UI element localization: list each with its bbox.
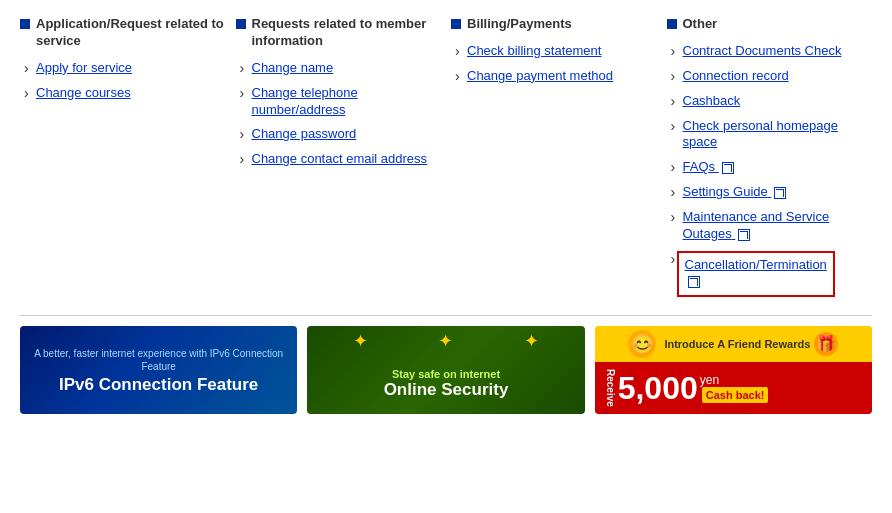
cancellation-highlight-box: Cancellation/Termination (677, 251, 835, 297)
cashback-suffix: yen Cash back! (700, 373, 769, 403)
banner-security-stay-text: Stay safe on internet (392, 368, 500, 380)
list-item: Settings Guide (671, 184, 873, 201)
banner-ipv6[interactable]: A better, faster internet experience wit… (20, 326, 297, 414)
link-check-homepage[interactable]: Check personal homepage space (683, 118, 838, 150)
external-link-icon (688, 276, 700, 288)
link-maintenance[interactable]: Maintenance and Service Outages (683, 209, 830, 241)
list-item: Maintenance and Service Outages (671, 209, 873, 243)
column-billing: Billing/Payments Check billing statement… (451, 16, 657, 305)
external-link-icon (774, 187, 786, 199)
link-change-password[interactable]: Change password (252, 126, 357, 141)
list-item: Change contact email address (240, 151, 442, 168)
banner-security-big-text: Online Security (384, 380, 509, 400)
sparkles-decoration: ✦ ✦ ✦ (307, 330, 584, 352)
list-item: Connection record (671, 68, 873, 85)
list-item: Change password (240, 126, 442, 143)
link-cancellation[interactable]: Cancellation/Termination (685, 257, 827, 289)
list-item: Check billing statement (455, 43, 657, 60)
cashback-back-text: Cash back! (702, 387, 769, 403)
column-header-billing: Billing/Payments (451, 16, 657, 33)
menu-list-service: Apply for service Change courses (20, 60, 226, 102)
link-change-telephone[interactable]: Change telephone number/address (252, 85, 358, 117)
column-member: Requests related to member information C… (236, 16, 442, 305)
column-service: Application/Request related to service A… (20, 16, 226, 305)
link-check-billing[interactable]: Check billing statement (467, 43, 601, 58)
sparkle-icon: ✦ (438, 330, 453, 352)
link-settings-guide[interactable]: Settings Guide (683, 184, 787, 199)
cashback-bottom: Receive 5,000 yen Cash back! (595, 362, 872, 414)
column-header-other: Other (667, 16, 873, 33)
link-change-name[interactable]: Change name (252, 60, 334, 75)
cashback-yen-text: yen (700, 373, 769, 387)
main-content: Application/Request related to service A… (0, 0, 892, 315)
column-icon-member (236, 19, 246, 29)
column-header-service: Application/Request related to service (20, 16, 226, 50)
menu-list-other: Contract Documents Check Connection reco… (667, 43, 873, 297)
column-other: Other Contract Documents Check Connectio… (667, 16, 873, 305)
list-item: Contract Documents Check (671, 43, 873, 60)
receive-label: Receive (603, 367, 618, 409)
list-item: Change name (240, 60, 442, 77)
banner-security[interactable]: ✦ ✦ ✦ Stay safe on internet Online Secur… (307, 326, 584, 414)
link-cashback[interactable]: Cashback (683, 93, 741, 108)
banner-ipv6-big-text: IPv6 Connection Feature (51, 373, 266, 397)
column-icon-service (20, 19, 30, 29)
sparkle-icon: ✦ (524, 330, 539, 352)
link-change-email[interactable]: Change contact email address (252, 151, 428, 166)
face-icon (628, 330, 656, 358)
list-item: Cashback (671, 93, 873, 110)
cashback-amount: 5,000 (618, 372, 698, 404)
list-item: Cancellation/Termination (671, 251, 873, 297)
list-item: Apply for service (24, 60, 226, 77)
cashback-inner: Introduce A Friend Rewards 🎁 Receive 5,0… (595, 326, 872, 414)
link-change-payment[interactable]: Change payment method (467, 68, 613, 83)
link-apply-service[interactable]: Apply for service (36, 60, 132, 75)
link-connection-record[interactable]: Connection record (683, 68, 789, 83)
link-contract-docs[interactable]: Contract Documents Check (683, 43, 842, 58)
external-link-icon (722, 162, 734, 174)
column-icon-billing (451, 19, 461, 29)
list-item: Change payment method (455, 68, 657, 85)
list-item: FAQs (671, 159, 873, 176)
link-faqs[interactable]: FAQs (683, 159, 734, 174)
banner-ipv6-small-text: A better, faster internet experience wit… (20, 343, 297, 373)
sparkle-icon: ✦ (353, 330, 368, 352)
column-header-member: Requests related to member information (236, 16, 442, 50)
external-link-icon (738, 229, 750, 241)
column-title-other: Other (683, 16, 718, 33)
cashback-top-text: Introduce A Friend Rewards (664, 338, 810, 350)
menu-list-member: Change name Change telephone number/addr… (236, 60, 442, 168)
column-title-service: Application/Request related to service (36, 16, 226, 50)
list-item: Change courses (24, 85, 226, 102)
menu-list-billing: Check billing statement Change payment m… (451, 43, 657, 85)
cashback-top: Introduce A Friend Rewards 🎁 (595, 326, 872, 362)
list-item: Check personal homepage space (671, 118, 873, 152)
column-icon-other (667, 19, 677, 29)
column-title-member: Requests related to member information (252, 16, 442, 50)
reward-icon: 🎁 (814, 332, 838, 356)
banner-cashback[interactable]: Introduce A Friend Rewards 🎁 Receive 5,0… (595, 326, 872, 414)
column-title-billing: Billing/Payments (467, 16, 572, 33)
banners-section: A better, faster internet experience wit… (0, 316, 892, 430)
link-change-courses[interactable]: Change courses (36, 85, 131, 100)
list-item: Change telephone number/address (240, 85, 442, 119)
